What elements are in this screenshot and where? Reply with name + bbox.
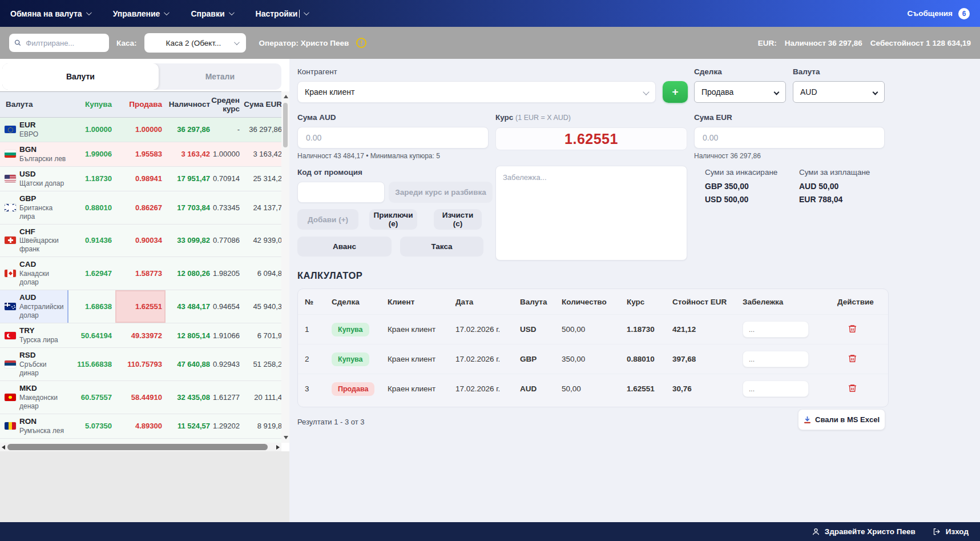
messages-count-badge[interactable]: 6 [958, 8, 970, 19]
calculator-table-header: № Сделка Клиент Дата Валута Количество К… [298, 289, 888, 314]
availability-value: 11 524,57 [166, 414, 213, 438]
currency-name: Турска лира [19, 336, 58, 344]
sum-eur-value: 8 919,8 [243, 414, 281, 438]
currency-value: AUD [800, 87, 817, 97]
nav-menu-item[interactable]: Справки [191, 9, 232, 18]
currency-row[interactable]: GBP Британска лира 0.88010 0.86267 17 70… [0, 191, 281, 225]
currency-row[interactable]: RON Румънска лея 5.07350 4.89300 11 524,… [0, 414, 281, 439]
currency-row[interactable]: RSD Сръбски динар 115.66838 110.75793 47… [0, 348, 281, 381]
currency-select[interactable]: AUD [793, 81, 885, 103]
promo-input[interactable] [305, 187, 377, 198]
operator-label: Оператор: Христо Пеев [259, 39, 349, 47]
warning-icon[interactable]: ! [356, 38, 366, 48]
avg-rate-value: 1.29202 [213, 414, 243, 438]
currency-row[interactable]: EUR ЕВРО 1.00000 1.00000 36 297,86 - 36 … [0, 118, 281, 142]
chevron-down-icon [873, 89, 878, 95]
currency-name: Швейцарски франк [19, 237, 66, 254]
row-note-input[interactable] [743, 380, 809, 397]
trash-icon[interactable] [848, 354, 857, 363]
vertical-scroll-thumb[interactable] [283, 103, 288, 147]
scroll-right-icon[interactable] [276, 445, 280, 450]
deal-select[interactable]: Продава [694, 81, 786, 103]
qty-cell: 350,00 [555, 355, 620, 363]
col-buy: Купува [68, 92, 115, 117]
eur-label: EUR: [758, 39, 777, 47]
calculator-table: № Сделка Клиент Дата Валута Количество К… [297, 288, 889, 407]
scroll-up-icon[interactable] [284, 95, 288, 98]
col-deal: Сделка [325, 298, 381, 306]
currency-row[interactable]: CHF Швейцарски франк 0.91436 0.90034 33 … [0, 225, 281, 258]
sum-eur-value: 7 851,0 [243, 439, 281, 443]
currency-code: GBP [19, 194, 66, 204]
vertical-scrollbar[interactable] [281, 91, 289, 443]
sum-eur-value: 24 137,7 [243, 191, 281, 224]
tab-metals[interactable]: Метали [159, 63, 281, 90]
logout-button[interactable]: Изход [933, 527, 969, 536]
chevron-down-icon [304, 10, 309, 15]
deal-type-badge: Купува [332, 352, 369, 366]
excel-download-button[interactable]: Свали в MS Excel [798, 409, 885, 430]
currency-name: Щатски долар [19, 179, 64, 188]
horizontal-scroll-thumb[interactable] [7, 444, 268, 450]
currency-row[interactable]: PLN Полска злота 4.18613 4.03777 8 697,0… [0, 439, 281, 443]
results-count: Резултати 1 - 3 от 3 [297, 418, 365, 426]
fee-button[interactable]: Такса [400, 237, 483, 257]
col-client: Клиент [381, 298, 449, 306]
cash-register-value: Каса 2 (Обект... [166, 39, 221, 47]
load-rate-button[interactable]: Зареди курс и разбивка [389, 182, 493, 203]
filter-input[interactable] [25, 38, 104, 48]
finish-button[interactable]: Приключи (e) [369, 209, 417, 230]
scroll-left-icon[interactable] [2, 445, 5, 450]
buy-rate: 50.64194 [68, 323, 115, 347]
trash-icon[interactable] [848, 324, 857, 334]
currency-row[interactable]: CAD Канадски долар 1.62947 1.58773 12 08… [0, 257, 281, 290]
cash-register-select[interactable]: Каса 2 (Обект... [144, 33, 246, 53]
user-greeting[interactable]: Здравейте Христо Пеев [812, 527, 916, 536]
chevron-down-icon [234, 39, 240, 45]
currency-code: AUD [19, 293, 66, 303]
scroll-down-icon[interactable] [284, 436, 288, 439]
excel-download-label: Свали в MS Excel [815, 415, 880, 424]
buy-rate: 1.62947 [68, 257, 115, 290]
row-number: 1 [298, 325, 325, 334]
person-icon [812, 527, 820, 536]
add-button[interactable]: Добави (+) [297, 209, 358, 230]
row-note-input[interactable] [743, 351, 809, 367]
filter-search-box[interactable] [9, 34, 109, 52]
clear-button[interactable]: Изчисти (c) [434, 209, 482, 230]
currency-row[interactable]: BGN Български лев 1.99006 1.95583 3 163,… [0, 142, 281, 167]
rate-label: Курс (1 EUR = X AUD) [495, 113, 571, 122]
availability-value: 47 640,88 [166, 348, 213, 380]
sum-eur-value: 3 163,42 [243, 142, 281, 166]
currency-code: USD [19, 170, 64, 179]
nav-menu-item[interactable]: Настройки [256, 9, 308, 18]
note-textarea[interactable] [495, 166, 687, 261]
trash-icon[interactable] [848, 383, 857, 393]
tab-currencies[interactable]: Валути [2, 63, 159, 90]
availability-value: 17 951,47 [166, 167, 213, 191]
collect-amount: GBP 350,00 [705, 182, 749, 191]
col-value: Стойност EUR [666, 298, 736, 306]
amount-eur-help: Наличност 36 297,86 [694, 152, 761, 160]
amount-aud-input[interactable] [305, 133, 481, 143]
currency-row[interactable]: USD Щатски долар 1.18730 0.98941 17 951,… [0, 167, 281, 191]
horizontal-scrollbar[interactable] [0, 443, 281, 451]
buy-rate: 1.99006 [68, 142, 115, 166]
currency-row[interactable]: AUD Австралийски долар 1.68638 1.62551 4… [0, 290, 281, 323]
calculator-title: КАЛКУЛАТОР [297, 270, 362, 281]
currency-row[interactable]: MKD Македонски денар 60.57557 58.44910 3… [0, 381, 281, 414]
amount-eur-input[interactable] [701, 133, 877, 143]
contragent-select[interactable]: Краен клиент [297, 81, 656, 103]
greeting-text: Здравейте Христо Пеев [825, 527, 916, 536]
sell-rate: 1.58773 [115, 257, 166, 290]
messages-link[interactable]: Съобщения [908, 9, 953, 18]
nav-menu-item[interactable]: Обмяна на валута [10, 9, 90, 18]
row-note-input[interactable] [743, 321, 809, 338]
nav-menu-item[interactable]: Управление [113, 9, 168, 18]
payout-title: Суми за изплащане [799, 168, 870, 177]
currency-row[interactable]: TRY Турска лира 50.64194 49.33972 12 805… [0, 323, 281, 348]
avg-rate-value: - [213, 118, 243, 142]
advance-button[interactable]: Аванс [297, 237, 392, 257]
add-contragent-button[interactable]: + [663, 81, 688, 103]
row-number: 3 [298, 384, 325, 393]
